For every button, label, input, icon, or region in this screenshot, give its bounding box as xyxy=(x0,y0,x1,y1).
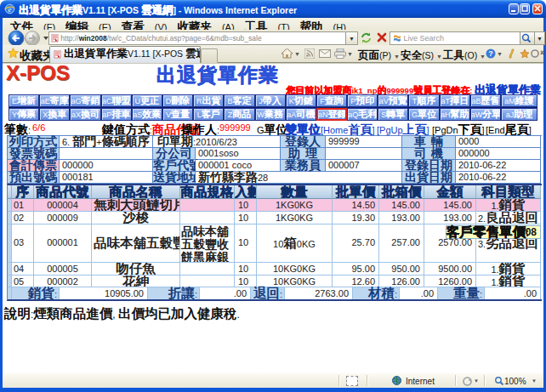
svg-text:e: e xyxy=(9,5,12,14)
svg-text:?: ? xyxy=(488,49,493,58)
